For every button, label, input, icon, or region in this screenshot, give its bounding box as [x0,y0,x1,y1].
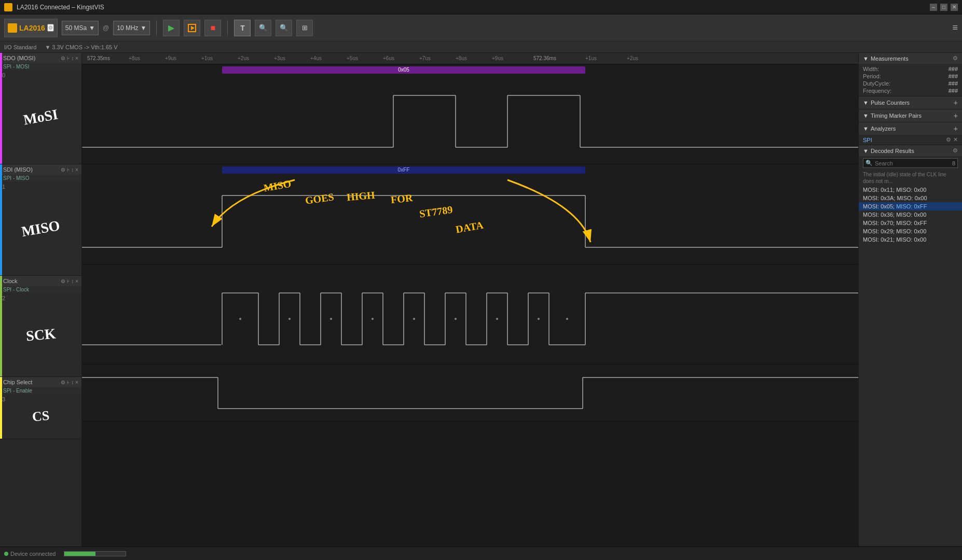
spi-analyzer-name: SPI [863,137,872,143]
cs-waveform-svg [82,365,858,422]
channel-item-mosi: SDO (MOSI) ⚙ ⊦ ↕ × SPI - MOSI 0 MoSI [0,53,81,164]
single-button[interactable] [184,20,200,36]
clock-icon4[interactable]: × [75,278,78,284]
sample-rate-dropdown[interactable]: 50 MSa ▼ [62,21,99,35]
wf-mosi[interactable]: 0x05 [82,64,858,164]
spi-close-icon[interactable]: ✕ [953,136,958,143]
period-value: ### [922,73,958,79]
toolbar-separator-1 [156,20,157,36]
frequency-dropdown[interactable]: 10 MHz ▼ [113,21,150,35]
analyzers-add[interactable]: + [954,124,958,133]
wf-cs[interactable] [82,365,858,422]
spi-analyzer-item: SPI ⚙ ✕ [859,135,962,145]
right-panel: ▼ Measurements ⚙ Width: ### Period: ### … [858,53,962,547]
svg-text:572.36ms: 572.36ms [533,55,556,61]
cs-icon2[interactable]: ⊦ [67,380,70,385]
timing-marker-section: ▼ Timing Marker Pairs + [859,109,962,122]
result-item-4[interactable]: MOSI: 0x70; MISO: 0xFF [859,219,962,227]
menu-button[interactable]: ≡ [952,22,958,33]
svg-point-78 [288,318,291,320]
measurements-header[interactable]: ▼ Measurements ⚙ [859,53,962,64]
statusbar: Device connected [0,547,962,560]
clock-icon3[interactable]: ↕ [71,278,74,284]
spi-gear-icon[interactable]: ⚙ [946,136,951,143]
mosi-label: MoSI [22,106,59,128]
miso-number: 1 [2,184,5,190]
cs-number: 3 [2,396,5,402]
close-button[interactable]: ✕ [951,4,958,11]
search-input[interactable] [875,160,952,166]
status-text: Device connected [10,551,56,557]
svg-point-80 [372,318,374,320]
analyzers-header[interactable]: ▼ Analyzers + [859,122,962,135]
result-item-1[interactable]: MOSI: 0x3A; MISO: 0x00 [859,194,962,202]
result-3-mosi: MOSI: 0x36; [863,212,895,218]
maximize-button[interactable]: □ [940,4,947,11]
svg-rect-86 [82,365,858,422]
single-icon [187,23,197,33]
minimize-button[interactable]: – [930,4,937,11]
result-item-2[interactable]: MOSI: 0x05; MISO: 0xFF [859,202,962,211]
clock-sub: SPI - Clock [0,286,81,293]
clock-channel-name: Clock [3,278,18,284]
result-item-6[interactable]: MOSI: 0x21; MISO: 0x00 [859,235,962,244]
cs-gear-icon[interactable]: ⚙ [61,380,65,385]
zoom-fit-button[interactable]: ⊞ [296,20,313,36]
timing-marker-header[interactable]: ▼ Timing Marker Pairs + [859,109,962,122]
pulse-counters-header[interactable]: ▼ Pulse Counters + [859,96,962,109]
cs-channel-name: Chip Select [3,379,32,385]
pulse-counters-add[interactable]: + [954,99,958,107]
result-0-mosi: MOSI: 0x11; [863,187,895,193]
result-item-3[interactable]: MOSI: 0x36; MISO: 0x00 [859,211,962,219]
waveform-area[interactable]: 572.35ms +8us +9us +1us +2us +3us +4us +… [82,53,858,547]
mosi-header: SDO (MOSI) ⚙ ⊦ ↕ × [0,53,81,63]
cs-icon3[interactable]: ↕ [71,380,74,385]
decoded-results-gear[interactable]: ⚙ [953,147,958,154]
miso-icon2[interactable]: ⊦ [67,167,70,173]
cs-icon4[interactable]: × [75,380,78,385]
frequency-value: ### [922,88,958,94]
device-gear-button[interactable]: ⚙ [47,24,54,32]
run-button[interactable]: ▶ [163,20,180,36]
at-label: @ [103,24,109,32]
svg-rect-31 [82,164,858,264]
miso-icon4[interactable]: × [75,167,78,173]
result-item-0[interactable]: MOSI: 0x11; MISO: 0x00 [859,186,962,194]
pulse-counters-arrow: ▼ [863,100,869,106]
stop-button[interactable]: ■ [204,20,221,36]
search-box[interactable]: 🔍 8 [863,158,958,168]
wf-miso[interactable]: 0xFF [82,164,858,264]
analyzers-title: Analyzers [871,125,954,132]
svg-point-82 [455,318,457,320]
mosi-icon3[interactable]: ↕ [71,55,74,61]
svg-text:+2us: +2us [627,55,638,61]
svg-point-81 [413,318,415,320]
mosi-channel-name: SDO (MOSI) [3,55,35,61]
timing-marker-add[interactable]: + [954,111,958,120]
svg-text:+3us: +3us [274,55,285,61]
clock-icon2[interactable]: ⊦ [67,278,70,284]
measurements-gear[interactable]: ⚙ [953,55,958,62]
decoded-results-header[interactable]: ▼ Decoded Results ⚙ [859,145,962,156]
mosi-icon2[interactable]: ⊦ [67,55,70,61]
wf-clock[interactable] [82,264,858,365]
miso-gear-icon[interactable]: ⚙ [61,167,65,173]
text-button[interactable]: T [234,20,251,36]
miso-icon3[interactable]: ↕ [71,167,74,173]
sample-rate-arrow: ▼ [89,24,95,32]
search-icon: 🔍 [865,160,873,166]
svg-point-83 [496,318,498,320]
clock-gear-icon[interactable]: ⚙ [61,278,65,284]
pulse-counters-title: Pulse Counters [871,100,954,106]
zoom-out-button[interactable]: 🔍 [276,20,292,36]
zoom-in-button[interactable]: 🔍 [255,20,271,36]
titlebar-controls: – □ ✕ [930,4,958,11]
result-item-5[interactable]: MOSI: 0x29; MISO: 0x00 [859,227,962,235]
titlebar: LA2016 Connected – KingstVIS – □ ✕ [0,0,962,15]
svg-text:+7us: +7us [419,55,431,61]
result-1-miso: MISO: 0x00 [897,195,927,201]
status-connected: Device connected [4,551,56,557]
cs-sub: SPI - Enable [0,387,81,394]
mosi-gear-icon[interactable]: ⚙ [61,55,65,61]
mosi-icon4[interactable]: × [75,55,78,61]
